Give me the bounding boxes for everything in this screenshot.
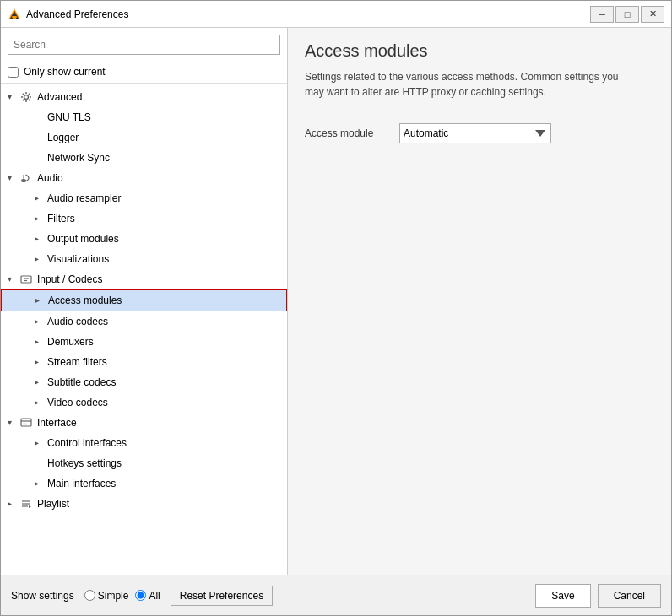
child-arrow-audio_resampler: ▸ [35,190,45,207]
svg-rect-10 [21,419,31,426]
child-arrow-demuxers: ▸ [35,333,45,350]
close-button[interactable]: ✕ [641,6,664,23]
tree-label-advanced: Advanced [37,89,82,105]
child-arrow-subtitle_codecs: ▸ [35,374,45,391]
gear-icon [20,90,34,104]
reset-preferences-button[interactable]: Reset Preferences [171,586,273,606]
expand-arrow-playlist: ▸ [8,495,18,512]
tree-label-filters: Filters [47,210,75,227]
child-arrow-stream_filters: ▸ [35,354,45,370]
tree-label-control_interfaces: Control interfaces [47,435,127,451]
tree-item-access_modules[interactable]: ▸Access modules [1,289,287,311]
tree-label-logger: Logger [47,129,79,146]
tree-label-access_modules: Access modules [48,292,122,309]
tree-label-hotkeys_settings: Hotkeys settings [47,455,122,472]
svg-rect-7 [21,276,31,283]
title-bar: Advanced Preferences ─ □ ✕ [1,1,671,28]
search-input[interactable] [8,35,280,55]
radio-all[interactable] [135,590,146,601]
tree-label-network_sync: Network Sync [47,149,110,166]
access-module-select[interactable]: Automatic None [399,123,551,143]
tree-label-stream_filters: Stream filters [47,354,107,370]
left-panel: Only show current ▾AdvancedGNU TLSLogger… [1,28,288,575]
right-panel-description: Settings related to the various access m… [305,69,626,100]
child-arrow-filters: ▸ [35,210,45,227]
minimize-button[interactable]: ─ [590,6,614,23]
window-controls: ─ □ ✕ [590,6,664,23]
child-arrow-control_interfaces: ▸ [35,435,45,451]
child-arrow-main_interfaces: ▸ [35,475,45,492]
main-content: Only show current ▾AdvancedGNU TLSLogger… [1,28,671,575]
tree-label-audio_resampler: Audio resampler [47,190,121,207]
tree-item-playlist[interactable]: ▸Playlist [1,494,287,514]
tree-item-hotkeys_settings[interactable]: Hotkeys settings [1,453,287,473]
input-icon [20,273,34,286]
tree-label-input_codecs: Input / Codecs [37,271,102,288]
show-settings-label: Show settings [11,590,74,602]
tree-label-interface: Interface [37,414,77,431]
tree-label-visualizations: Visualizations [47,251,109,267]
child-arrow-output_modules: ▸ [35,230,45,247]
tree-item-visualizations[interactable]: ▸Visualizations [1,249,287,269]
search-box [1,28,287,62]
save-button[interactable]: Save [535,584,590,608]
expand-arrow-interface: ▾ [8,414,18,431]
tree-item-demuxers[interactable]: ▸Demuxers [1,332,287,352]
tree-label-main_interfaces: Main interfaces [47,475,116,492]
only-current-checkbox[interactable] [8,67,19,78]
tree-item-interface[interactable]: ▾Interface [1,413,287,433]
bottom-bar: Show settings Simple All Reset Preferenc… [1,575,671,615]
child-arrow-audio_codecs: ▸ [35,313,45,330]
svg-rect-3 [13,18,16,19]
tree-item-gnu_tls[interactable]: GNU TLS [1,107,287,127]
right-panel-title: Access modules [305,41,654,61]
only-current-label[interactable]: Only show current [24,66,106,78]
svg-point-4 [24,95,29,100]
tree-label-subtitle_codecs: Subtitle codecs [47,374,116,391]
setting-label-access-module: Access module [305,127,389,139]
tree-label-demuxers: Demuxers [47,333,94,350]
radio-group-settings: Simple All [84,590,160,602]
only-current-row: Only show current [1,62,287,84]
main-window: Advanced Preferences ─ □ ✕ Only show cur… [0,0,672,616]
radio-all-label[interactable]: All [135,590,160,602]
tree-item-audio_codecs[interactable]: ▸Audio codecs [1,311,287,332]
maximize-button[interactable]: □ [615,6,639,23]
tree-item-subtitle_codecs[interactable]: ▸Subtitle codecs [1,372,287,392]
radio-simple[interactable] [84,590,95,601]
tree-item-audio[interactable]: ▾Audio [1,168,287,188]
tree-area: ▾AdvancedGNU TLSLoggerNetwork Sync▾Audio… [1,84,287,575]
window-title: Advanced Preferences [26,8,590,20]
interface-icon [20,416,34,430]
audio-icon [20,171,34,185]
tree-label-audio_codecs: Audio codecs [47,313,108,330]
svg-marker-16 [29,505,31,508]
svg-rect-6 [24,175,25,181]
tree-item-video_codecs[interactable]: ▸Video codecs [1,392,287,413]
child-arrow-access_modules: ▸ [35,292,46,309]
tree-label-playlist: Playlist [37,495,69,512]
expand-arrow-advanced: ▾ [8,89,18,105]
svg-rect-2 [12,16,17,18]
tree-item-main_interfaces[interactable]: ▸Main interfaces [1,473,287,494]
tree-item-logger[interactable]: Logger [1,127,287,148]
tree-item-network_sync[interactable]: Network Sync [1,148,287,168]
tree-item-advanced[interactable]: ▾Advanced [1,87,287,107]
tree-label-audio: Audio [37,170,63,186]
expand-arrow-audio: ▾ [8,170,18,186]
tree-item-filters[interactable]: ▸Filters [1,208,287,229]
cancel-button[interactable]: Cancel [598,584,661,608]
tree-label-output_modules: Output modules [47,230,119,247]
right-panel: Access modules Settings related to the v… [288,28,671,575]
tree-item-control_interfaces[interactable]: ▸Control interfaces [1,433,287,453]
tree-item-input_codecs[interactable]: ▾Input / Codecs [1,269,287,289]
tree-label-gnu_tls: GNU TLS [47,109,91,126]
tree-item-stream_filters[interactable]: ▸Stream filters [1,352,287,372]
radio-simple-label[interactable]: Simple [84,590,129,602]
setting-row-access-module: Access module Automatic None [305,123,654,143]
tree-item-audio_resampler[interactable]: ▸Audio resampler [1,188,287,208]
app-icon [8,8,21,21]
expand-arrow-input_codecs: ▾ [8,271,18,288]
tree-item-output_modules[interactable]: ▸Output modules [1,229,287,249]
playlist-icon [20,497,34,511]
